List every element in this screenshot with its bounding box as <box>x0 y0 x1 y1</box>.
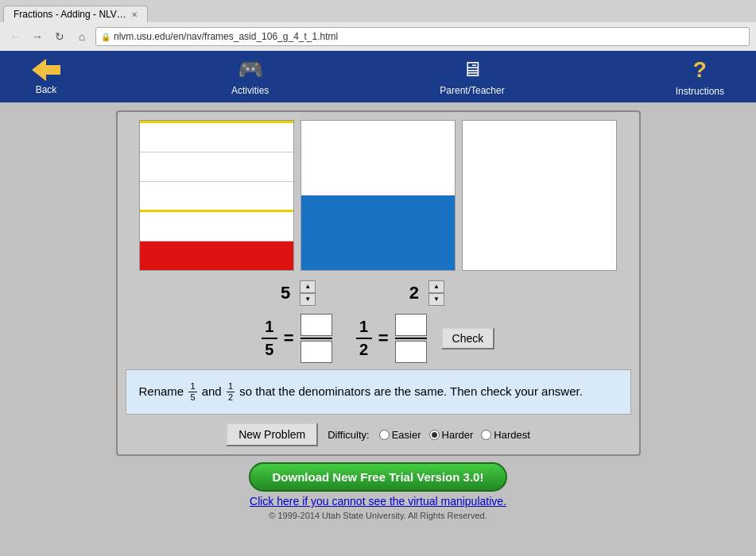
copyright-text: © 1999-2014 Utah State University. All R… <box>269 511 487 520</box>
main-content: 5 ▲ ▼ 1 5 = <box>0 102 756 528</box>
visual-section <box>126 120 631 271</box>
left-answer-numerator[interactable] <box>300 314 332 336</box>
tab-close-icon[interactable]: ✕ <box>131 10 138 19</box>
right-count-display: 2 <box>406 283 422 303</box>
download-button[interactable]: Download New Free Trial Version 3.0! <box>249 462 508 492</box>
mid-row-2-blue <box>301 195 455 270</box>
back-arrow-icon <box>32 59 60 81</box>
left-row-5-red <box>140 241 293 270</box>
inline-frac2-num: 1 <box>227 381 235 392</box>
left-row-3 <box>140 182 293 213</box>
instruction-text-after: so that the denominators are the same. T… <box>239 384 583 398</box>
left-equals: = <box>284 328 294 349</box>
download-section: Download New Free Trial Version 3.0! Cli… <box>249 462 508 520</box>
inline-frac1-den: 5 <box>188 392 196 403</box>
middle-fraction-visual <box>300 120 456 271</box>
controls-row: 5 ▲ ▼ 1 5 = <box>126 280 631 363</box>
right-fraction-display: 1 2 = Check <box>356 314 495 363</box>
back-label: Back <box>36 84 57 95</box>
right-decrement-button[interactable]: ▼ <box>428 293 444 306</box>
parent-teacher-icon: 🖥 <box>462 57 483 82</box>
instruction-text-and: and <box>202 384 222 398</box>
check-button[interactable]: Check <box>441 327 495 349</box>
right-answer-denominator[interactable] <box>395 341 427 363</box>
right-spinner-row: 2 ▲ ▼ <box>406 280 444 306</box>
instructions-icon: ? <box>693 57 707 83</box>
left-count-display: 5 <box>277 283 293 303</box>
right-fraction-line <box>395 338 427 339</box>
left-fraction-line <box>300 338 332 339</box>
left-denominator: 5 <box>262 339 277 359</box>
right-answer-numerator[interactable] <box>395 314 427 336</box>
bottom-controls: New Problem Difficulty: Easier Harder Ha… <box>126 423 631 446</box>
right-fraction-visual <box>462 120 617 271</box>
instruction-text-before: Rename <box>139 384 184 398</box>
right-equals: = <box>378 328 389 349</box>
left-row-2 <box>140 153 293 182</box>
click-here-row: Click here if you cannot see the virtual… <box>250 495 506 508</box>
inline-frac1-num: 1 <box>188 381 196 392</box>
nav-toolbar: Back 🎮 Activities 🖥 Parent/Teacher ? Ins… <box>0 51 756 102</box>
right-increment-button[interactable]: ▲ <box>428 280 444 293</box>
tab-bar: Fractions - Adding - NLV… ✕ <box>0 0 756 22</box>
browser-chrome: Fractions - Adding - NLV… ✕ ← → ↻ ⌂ 🔒 nl… <box>0 0 756 51</box>
active-tab[interactable]: Fractions - Adding - NLV… ✕ <box>3 6 148 22</box>
left-decrement-button[interactable]: ▼ <box>300 293 316 306</box>
hardest-option[interactable]: Hardest <box>481 429 530 441</box>
inline-frac-1: 1 5 <box>188 381 196 403</box>
back-nav-button[interactable]: ← <box>6 28 24 45</box>
hardest-radio[interactable] <box>481 430 491 440</box>
click-here-link[interactable]: Click here if you cannot see the virtual… <box>250 495 506 508</box>
easier-label: Easier <box>392 429 421 441</box>
left-spinner-row: 5 ▲ ▼ <box>277 280 316 306</box>
home-button[interactable]: ⌂ <box>73 28 91 45</box>
harder-label: Harder <box>442 429 474 441</box>
left-input-box <box>300 314 332 363</box>
instruction-box: Rename 1 5 and 1 2 so that the denominat… <box>126 369 631 415</box>
nav-item-activities[interactable]: 🎮 Activities <box>215 51 285 102</box>
easier-radio[interactable] <box>379 430 390 440</box>
easier-option[interactable]: Easier <box>379 429 421 441</box>
right-input-box <box>395 314 427 363</box>
left-spinner-btns: ▲ ▼ <box>300 280 316 306</box>
harder-radio[interactable] <box>429 430 440 440</box>
inline-frac-2: 1 2 <box>227 381 235 403</box>
left-fraction-visual <box>139 120 294 271</box>
left-answer-denominator[interactable] <box>300 341 332 363</box>
mid-vis-container <box>301 121 455 270</box>
tab-title: Fractions - Adding - NLV… <box>14 9 126 20</box>
left-vis-container <box>140 121 293 270</box>
svg-marker-0 <box>32 59 46 81</box>
left-numerator: 1 <box>262 318 277 339</box>
right-numerator: 1 <box>356 318 372 339</box>
inline-frac2-den: 2 <box>227 392 235 403</box>
url-lock-icon: 🔒 <box>101 33 110 41</box>
url-input[interactable]: 🔒 nlvm.usu.edu/en/nav/frames_asid_106_g_… <box>95 27 750 46</box>
forward-nav-button[interactable]: → <box>29 28 46 45</box>
svg-rect-1 <box>46 65 60 75</box>
hardest-label: Hardest <box>494 429 530 441</box>
right-denominator: 2 <box>356 339 372 359</box>
new-problem-button[interactable]: New Problem <box>226 423 318 446</box>
parent-teacher-label: Parent/Teacher <box>440 85 504 96</box>
right-fraction-fraction: 1 2 <box>356 318 372 359</box>
left-increment-button[interactable]: ▲ <box>300 280 316 293</box>
reload-button[interactable]: ↻ <box>51 28 68 45</box>
nav-item-back[interactable]: Back <box>16 52 76 102</box>
right-fraction-control: 2 ▲ ▼ 1 2 = <box>356 280 495 363</box>
radio-group: Easier Harder Hardest <box>379 429 530 441</box>
left-row-1 <box>140 121 293 153</box>
address-bar: ← → ↻ ⌂ 🔒 nlvm.usu.edu/en/nav/frames_asi… <box>0 22 756 51</box>
mid-row-1-white <box>301 121 455 195</box>
activities-label: Activities <box>231 85 269 96</box>
instructions-label: Instructions <box>676 86 724 97</box>
activities-icon: 🎮 <box>238 57 263 82</box>
nav-item-instructions[interactable]: ? Instructions <box>660 51 740 103</box>
right-spinner-btns: ▲ ▼ <box>428 280 444 306</box>
difficulty-label: Difficulty: <box>328 429 370 441</box>
app-panel: 5 ▲ ▼ 1 5 = <box>116 110 641 456</box>
nav-item-parent-teacher[interactable]: 🖥 Parent/Teacher <box>424 51 520 102</box>
harder-option[interactable]: Harder <box>429 429 474 441</box>
left-fraction-display: 1 5 = <box>262 314 332 363</box>
left-fraction-control: 5 ▲ ▼ 1 5 = <box>262 280 332 363</box>
